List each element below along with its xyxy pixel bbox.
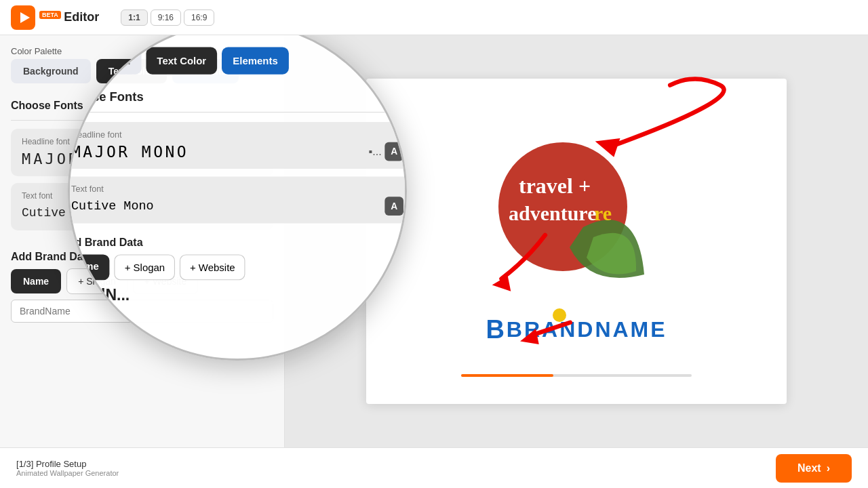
brand-slogan-button[interactable]: + Slogan [66,268,127,294]
next-chevron-icon: › [827,462,830,474]
next-button[interactable]: Next › [776,454,852,483]
ratio-btn-9-16[interactable]: 9:16 [151,9,181,26]
headline-font-actions: ... A [223,149,262,168]
profile-setup-title: [1/3] Profile Setup [16,459,119,469]
right-preview: travel + adventure re B BRANDNAME [285,35,868,447]
progress-fill [461,374,553,377]
text-font-name: Cutive Mono [22,206,102,220]
profile-setup-info: [1/3] Profile Setup Animated Wallpaper G… [16,459,119,477]
color-palette-section: Color Palette Background Text Color Elem… [11,46,273,83]
tab-elements[interactable]: Elements [172,59,239,83]
bottom-bar-title: Profile Setup [36,459,86,469]
tab-background[interactable]: Background [11,59,91,83]
brand-buttons-row: Name + Slogan + Website [11,268,273,294]
brand-name-b: B [486,315,506,344]
logo-icon [11,5,35,30]
headline-font-card[interactable]: Headline font MAJOR MONO ... A [11,129,273,176]
brand-name-button[interactable]: Name [11,269,61,293]
beta-badge: BETA [39,11,61,19]
color-palette-label: Color Palette [11,46,273,56]
top-bar: BETA Editor 1:1 9:16 16:9 [0,0,868,35]
app-title: Editor [64,10,99,24]
fonts-title: Choose Fonts [11,100,273,112]
bottom-bar: [1/3] Profile Setup Animated Wallpaper G… [0,447,868,488]
next-label: Next [797,462,821,474]
headline-font-preview-row: MAJOR MONO ... A [22,149,262,168]
headline-font-name: MAJOR MONO [22,150,138,167]
ratio-btn-1-1[interactable]: 1:1 [121,9,147,26]
brand-title: Add Brand Data [11,251,273,263]
brand-logo-area: travel + adventure re B BRANDNAME [486,139,667,344]
text-font-label: Text font [22,191,262,201]
text-font-preview-row: Cutive Mono A [22,203,262,222]
brand-section: Add Brand Data Name + Slogan + Website [11,251,273,323]
svg-text:...: ... [229,155,233,160]
font-divider [11,120,273,121]
color-tabs: Background Text Color Elements [11,59,273,83]
svg-text:adventure: adventure [509,202,596,224]
brand-name-display: B BRANDNAME [486,315,667,344]
preview-canvas: travel + adventure re B BRANDNAME [366,79,787,404]
text-font-a-btn[interactable]: A [243,203,262,222]
brand-name-input[interactable] [11,300,273,323]
text-font-card[interactable]: Text font Cutive Mono A [11,183,273,230]
font-dots-icon: ... [223,150,239,167]
brand-input-row [11,300,273,323]
main-area: Color Palette Background Text Color Elem… [0,35,868,447]
headline-font-label: Headline font [22,137,262,146]
brand-website-button[interactable]: + Website [133,268,198,294]
step-indicator: 1/3 [19,459,31,469]
progress-bar-container [461,374,692,377]
logo-text: BETA Editor [39,10,99,24]
svg-rect-2 [223,157,228,161]
svg-text:travel +: travel + [519,174,591,198]
ratio-buttons: 1:1 9:16 16:9 [121,9,214,26]
svg-text:re: re [594,202,612,224]
profile-setup-subtitle: Animated Wallpaper Generator [16,469,119,477]
ratio-btn-16-9[interactable]: 16:9 [184,9,214,26]
travel-logo-svg: travel + adventure re [488,139,665,302]
fonts-section: Choose Fonts Headline font MAJOR MONO ..… [11,100,273,237]
tab-text-color[interactable]: Text Color [96,59,167,83]
left-panel: Color Palette Background Text Color Elem… [0,35,285,447]
headline-font-a-btn[interactable]: A [243,149,262,168]
brand-name-rest: BRANDNAME [507,317,667,342]
logo-area: BETA Editor [11,5,99,30]
